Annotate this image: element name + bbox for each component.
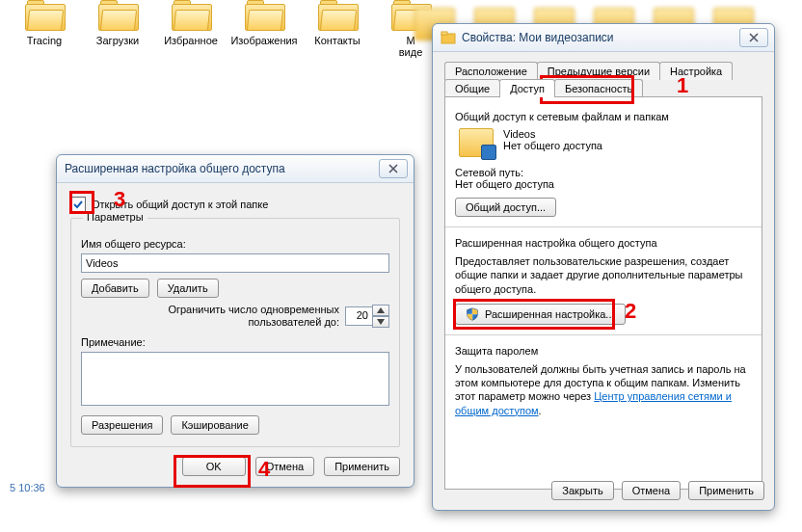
group-legend: Параметры <box>83 211 147 223</box>
advanced-sharing-description: Предоставляет пользовательские разрешени… <box>455 254 752 296</box>
properties-window: Свойства: Мои видеозаписи Расположение П… <box>432 23 775 511</box>
network-path-value: Нет общего доступа <box>455 178 752 190</box>
limit-users-value[interactable]: 20 <box>345 306 372 326</box>
tab-sharing[interactable]: Доступ <box>499 79 555 97</box>
network-share-section-title: Общий доступ к сетевым файлам и папкам <box>455 111 752 122</box>
folder-label: Избранное <box>164 35 218 46</box>
shield-icon <box>466 307 479 321</box>
explorer-folder[interactable]: Изображения <box>237 0 291 63</box>
tabs-row-1: Расположение Предыдущие версии Настройка <box>444 62 762 80</box>
spinner-down[interactable] <box>372 316 389 328</box>
close-button[interactable]: Закрыть <box>551 481 613 500</box>
advanced-sharing-button-label: Расширенная настройка... <box>485 308 615 320</box>
window-title: Свойства: Мои видеозаписи <box>462 31 614 44</box>
explorer-folder[interactable]: Загрузки <box>91 0 145 63</box>
network-path-label: Сетевой путь: <box>455 167 752 178</box>
folder-label: Загрузки <box>96 35 139 46</box>
remove-button[interactable]: Удалить <box>157 279 219 298</box>
divider <box>445 334 762 335</box>
titlebar[interactable]: Расширенная настройка общего доступа <box>57 155 414 183</box>
share-name-label: Имя общего ресурса: <box>81 238 389 250</box>
tab-security[interactable]: Безопасность <box>554 79 643 97</box>
folder-label: Tracing <box>27 35 62 46</box>
note-label: Примечание: <box>81 336 389 348</box>
password-protection-title: Защита паролем <box>455 345 752 357</box>
share-this-folder-label: Открыть общий доступ к этой папке <box>92 199 268 210</box>
apply-button[interactable]: Применить <box>688 481 764 500</box>
share-state: Нет общего доступа <box>503 140 602 151</box>
explorer-folder[interactable]: Контакты <box>310 0 364 63</box>
cancel-button[interactable]: Отмена <box>622 481 681 500</box>
share-button[interactable]: Общий доступ... <box>455 198 556 217</box>
limit-users-spinner[interactable]: 20 <box>345 305 389 328</box>
password-protection-description: У пользователей должны быть учетная запи… <box>455 362 752 417</box>
tab-customize[interactable]: Настройка <box>659 62 733 80</box>
tab-location[interactable]: Расположение <box>444 62 538 80</box>
window-title: Расширенная настройка общего доступа <box>65 162 285 175</box>
spinner-up[interactable] <box>372 305 389 316</box>
tabs-row-2: Общие Доступ Безопасность <box>444 79 762 97</box>
caching-button[interactable]: Кэширование <box>171 415 258 435</box>
svg-rect-1 <box>441 32 447 35</box>
shared-folder-icon <box>459 128 494 157</box>
share-this-folder-checkbox[interactable] <box>70 197 86 212</box>
cancel-button[interactable]: Отмена <box>255 457 314 476</box>
limit-users-label: Ограничить число одновременныхпользовате… <box>168 304 339 329</box>
divider <box>445 226 762 227</box>
share-name: Videos <box>503 128 602 140</box>
apply-button[interactable]: Применить <box>324 457 400 476</box>
permissions-button[interactable]: Разрешения <box>81 415 163 435</box>
add-button[interactable]: Добавить <box>81 279 149 298</box>
explorer-folder[interactable]: Tracing <box>17 0 71 63</box>
note-textarea[interactable] <box>81 352 389 406</box>
advanced-sharing-window: Расширенная настройка общего доступа Отк… <box>56 154 414 488</box>
ok-button[interactable]: OK <box>182 457 246 476</box>
checkmark-icon <box>73 200 83 209</box>
share-name-input[interactable] <box>81 253 389 273</box>
sharing-tab-pane: Общий доступ к сетевым файлам и папкам V… <box>444 96 762 490</box>
explorer-folder[interactable]: Избранное <box>164 0 218 63</box>
advanced-sharing-title: Расширенная настройка общего доступа <box>455 237 752 249</box>
close-button[interactable] <box>379 159 408 178</box>
folder-label: Изображения <box>230 35 297 46</box>
status-timestamp: 5 10:36 <box>10 482 45 493</box>
close-button[interactable] <box>739 28 768 47</box>
tab-previous-versions[interactable]: Предыдущие версии <box>537 62 660 80</box>
folder-icon <box>441 30 456 45</box>
titlebar[interactable]: Свойства: Мои видеозаписи <box>433 24 774 52</box>
advanced-sharing-button[interactable]: Расширенная настройка... <box>455 304 626 325</box>
tab-general[interactable]: Общие <box>444 79 500 97</box>
folder-label: Контакты <box>314 35 361 46</box>
parameters-group: Параметры Имя общего ресурса: Добавить У… <box>70 218 400 447</box>
